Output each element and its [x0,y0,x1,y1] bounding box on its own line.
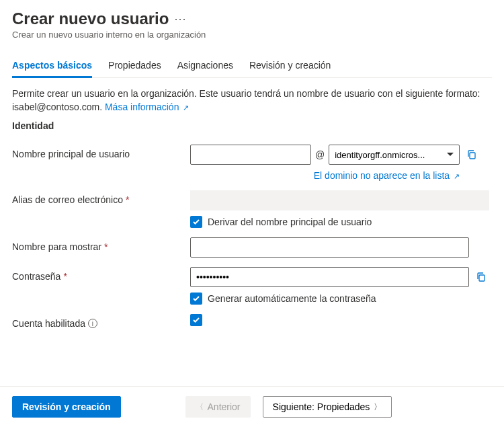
chevron-right-icon: 〉 [374,401,382,413]
required-marker: * [126,194,129,205]
previous-button: 〈 Anterior [185,396,251,418]
derive-alias-label: Derivar del nombre principal de usuario [208,217,372,227]
info-icon[interactable]: i [88,319,97,328]
required-marker: * [104,241,108,252]
page-subtitle: Crear un nuevo usuario interno en la org… [12,30,492,40]
upn-label: Nombre principal de usuario [12,145,190,159]
account-enabled-label: Cuenta habilitada [12,318,85,329]
tab-bar: Aspectos básicos Propiedades Asignacione… [12,54,492,78]
description-text: Permite crear un usuario en la organizac… [12,87,482,114]
page-title: Crear nuevo usuario [12,9,169,28]
tab-review[interactable]: Revisión y creación [249,54,331,77]
alias-field-disabled [190,190,489,210]
external-link-icon: ↗ [183,104,189,112]
display-name-label: Nombre para mostrar [12,241,101,252]
at-symbol: @ [315,149,325,160]
upn-input[interactable] [190,145,311,165]
alias-label: Alias de correo electrónico [12,194,123,205]
footer-bar: Revisión y creación 〈 Anterior Siguiente… [0,386,504,427]
password-label: Contraseña [12,271,60,282]
previous-label: Anterior [208,401,241,412]
svg-rect-1 [479,275,485,281]
domain-select[interactable]: identityorgff.onmicros... [329,145,460,165]
identity-section-title: Identidad [12,120,492,131]
copy-password-icon[interactable] [476,272,487,282]
tab-assignments[interactable]: Asignaciones [177,54,233,77]
display-name-input[interactable] [190,237,469,258]
more-actions-icon[interactable]: ··· [174,12,186,26]
required-marker: * [63,271,67,282]
next-button[interactable]: Siguiente: Propiedades 〉 [263,396,392,418]
next-label: Siguiente: Propiedades [273,401,370,412]
password-input[interactable] [190,267,469,287]
svg-rect-0 [470,153,475,159]
domain-not-listed-label: El dominio no aparece en la lista [314,170,450,181]
auto-password-checkbox[interactable] [190,293,202,305]
learn-more-link[interactable]: Mása información ↗ [105,102,189,112]
tab-basics[interactable]: Aspectos básicos [12,54,92,77]
domain-not-listed-link[interactable]: El dominio no aparece en la lista ↗ [314,170,460,181]
learn-more-label: Mása información [105,102,179,112]
review-create-button[interactable]: Revisión y creación [12,396,121,418]
copy-upn-icon[interactable] [466,149,477,160]
external-link-icon: ↗ [454,172,460,180]
derive-alias-checkbox[interactable] [190,216,202,228]
tab-properties[interactable]: Propiedades [108,54,161,77]
account-enabled-checkbox[interactable] [190,314,202,326]
chevron-left-icon: 〈 [196,401,204,413]
description-body: Permite crear un usuario en la organizac… [12,88,480,112]
auto-password-label: Generar automáticamente la contraseña [208,293,376,304]
